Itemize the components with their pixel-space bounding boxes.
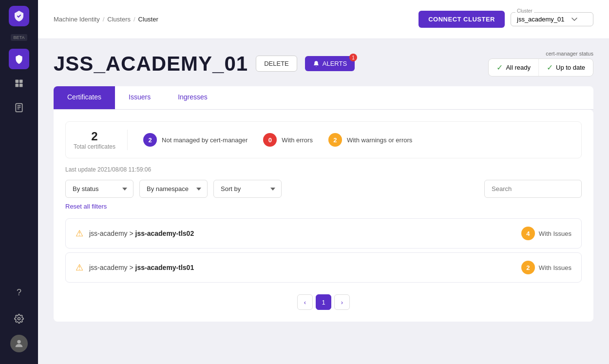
breadcrumb-part3: Cluster	[138, 16, 158, 23]
warning-icon-tls01: ⚠	[76, 262, 83, 273]
badge-warnings: 2	[328, 133, 342, 147]
sidebar-icon-grid[interactable]	[9, 73, 29, 94]
tabs-bar: Certificates Issuers Ingresses	[54, 86, 593, 110]
cert-namespace-tls01: jss-academy	[89, 264, 128, 271]
check-circle-icon-1: ✓	[496, 63, 503, 72]
page-title-row: JSS_ACADEMY_01 DELETE ALERTS 1 cert-mana…	[54, 51, 593, 77]
cert-row-right-tls02: 4 With Issues	[521, 227, 571, 240]
total-certificates: 2 Total certificates	[74, 130, 128, 150]
svg-rect-1	[19, 80, 23, 83]
issues-badge-tls01: 2	[521, 261, 535, 274]
page-title: JSS_ACADEMY_01	[54, 52, 248, 76]
svg-point-9	[17, 340, 20, 344]
header: Machine Identity / Clusters / Cluster CO…	[38, 0, 609, 39]
breadcrumb-part1[interactable]: Machine Identity	[54, 16, 100, 23]
stat-with-errors: 0 With errors	[263, 133, 313, 147]
chevron-down-icon	[571, 18, 577, 21]
sidebar-icon-help[interactable]: ?	[9, 282, 29, 303]
cert-manager-status-section: cert-manager status ✓ All ready ✓ Up to …	[488, 51, 593, 77]
last-update: Last update 2021/08/08 11:59:06	[65, 166, 582, 173]
sidebar-icon-settings[interactable]	[9, 308, 29, 329]
svg-rect-0	[16, 80, 19, 83]
cert-manager-status: ✓ All ready ✓ Up to date	[488, 58, 593, 77]
breadcrumb: Machine Identity / Clusters / Cluster	[54, 16, 158, 23]
main-content: Machine Identity / Clusters / Cluster CO…	[38, 0, 609, 364]
header-right: CONNECT CLUSTER Cluster jss_academy_01	[419, 11, 593, 28]
cert-row-left-tls01: ⚠ jss-academy > jss-academy-tls01	[76, 262, 194, 273]
svg-point-8	[18, 318, 20, 320]
stat-not-managed: 2 Not managed by cert-manager	[143, 133, 247, 147]
tab-ingresses[interactable]: Ingresses	[164, 86, 221, 109]
sidebar-icon-document[interactable]	[9, 97, 29, 118]
cert-arrow-tls01: >	[129, 264, 135, 271]
cert-row-left-tls02: ⚠ jss-academy > jss-academy-tls02	[76, 228, 194, 239]
cluster-selector-value: jss_academy_01	[517, 16, 565, 23]
status-all-ready: ✓ All ready	[489, 59, 538, 76]
bell-icon	[313, 60, 320, 67]
by-namespace-filter[interactable]: By namespace jss-academy	[139, 180, 208, 198]
status-all-ready-label: All ready	[506, 64, 531, 71]
cluster-selector-label: Cluster	[515, 8, 534, 14]
pagination-prev[interactable]: ‹	[297, 294, 313, 310]
status-up-to-date: ✓ Up to date	[538, 59, 593, 76]
status-up-to-date-label: Up to date	[556, 64, 585, 71]
alerts-button[interactable]: ALERTS	[305, 56, 355, 71]
sort-by-filter[interactable]: Sort by Name Status Namespace	[213, 180, 282, 198]
reset-filters-link[interactable]: Reset all filters	[65, 203, 107, 210]
badge-not-managed: 2	[143, 133, 157, 147]
delete-button[interactable]: DELETE	[256, 56, 297, 72]
stats-row: 2 Total certificates 2 Not managed by ce…	[65, 121, 582, 158]
beta-label: BETA	[11, 34, 28, 41]
cert-arrow-tls02: >	[129, 230, 135, 237]
alerts-badge: 1	[349, 54, 357, 61]
page-title-left: JSS_ACADEMY_01 DELETE ALERTS 1	[54, 52, 355, 76]
warning-icon-tls02: ⚠	[76, 228, 83, 239]
issues-label-tls02: With Issues	[539, 230, 571, 237]
user-avatar[interactable]	[10, 335, 28, 352]
breadcrumb-sep1: /	[103, 16, 105, 23]
cluster-selector-wrapper: Cluster jss_academy_01	[511, 12, 593, 26]
cert-row-tls01[interactable]: ⚠ jss-academy > jss-academy-tls01 2 With…	[65, 252, 582, 283]
cert-namespace-tls02: jss-academy	[89, 230, 128, 237]
svg-rect-3	[19, 84, 23, 87]
cert-row-tls02[interactable]: ⚠ jss-academy > jss-academy-tls02 4 With…	[65, 218, 582, 249]
issues-label-tls01: With Issues	[539, 264, 571, 271]
cert-name-tls02: jss-academy-tls02	[135, 230, 194, 237]
issues-badge-tls02: 4	[521, 227, 535, 240]
tab-certificates[interactable]: Certificates	[54, 86, 115, 109]
cert-manager-status-label: cert-manager status	[488, 51, 593, 57]
certificates-panel: 2 Total certificates 2 Not managed by ce…	[54, 110, 593, 322]
by-status-filter[interactable]: By status All With errors With warnings	[65, 180, 133, 198]
cert-path-tls01: jss-academy > jss-academy-tls01	[89, 264, 194, 271]
stat-not-managed-label: Not managed by cert-manager	[162, 136, 247, 144]
app-logo[interactable]	[9, 6, 29, 26]
svg-rect-2	[16, 84, 19, 87]
tab-issuers[interactable]: Issuers	[115, 86, 164, 109]
total-label: Total certificates	[74, 143, 115, 150]
check-circle-icon-2: ✓	[547, 63, 553, 72]
cert-row-right-tls01: 2 With Issues	[521, 261, 571, 274]
sidebar-icon-shield[interactable]	[9, 49, 29, 69]
cert-path-tls02: jss-academy > jss-academy-tls02	[89, 230, 194, 237]
pagination-page-1[interactable]: 1	[316, 294, 331, 310]
filters-row: By status All With errors With warnings …	[65, 180, 582, 198]
stat-with-errors-label: With errors	[282, 136, 313, 144]
pagination: ‹ 1 ›	[65, 294, 582, 310]
sidebar: BETA ?	[0, 0, 38, 364]
search-input[interactable]	[484, 180, 582, 198]
pagination-next[interactable]: ›	[334, 294, 350, 310]
breadcrumb-part2[interactable]: Clusters	[107, 16, 131, 23]
breadcrumb-sep2: /	[133, 16, 135, 23]
certificate-list: ⚠ jss-academy > jss-academy-tls02 4 With…	[65, 218, 582, 283]
total-count: 2	[74, 130, 115, 143]
connect-cluster-button[interactable]: CONNECT CLUSTER	[419, 11, 505, 28]
cluster-selector[interactable]: jss_academy_01	[511, 12, 593, 26]
stat-with-warnings: 2 With warnings or errors	[328, 133, 412, 147]
stat-with-warnings-label: With warnings or errors	[347, 136, 412, 144]
content-area: JSS_ACADEMY_01 DELETE ALERTS 1 cert-mana…	[38, 39, 609, 364]
cert-name-tls01: jss-academy-tls01	[135, 264, 194, 271]
badge-errors: 0	[263, 133, 277, 147]
alerts-label: ALERTS	[323, 60, 347, 67]
